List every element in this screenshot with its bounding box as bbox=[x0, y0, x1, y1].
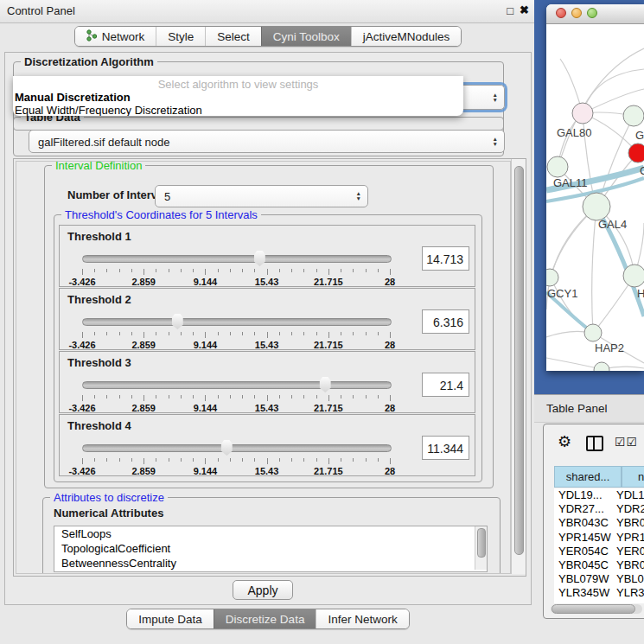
network-node[interactable] bbox=[583, 193, 610, 220]
tick-mark bbox=[353, 395, 354, 399]
close-icon[interactable]: ✖ bbox=[520, 3, 529, 16]
tab-cyni-toolbox[interactable]: Cyni Toolbox bbox=[261, 27, 351, 46]
scrollbar-thumb[interactable] bbox=[552, 604, 635, 614]
threshold-value-field[interactable]: 6.316 bbox=[422, 309, 469, 334]
tab-discretize-data[interactable]: Discretize Data bbox=[214, 609, 316, 628]
tick-label: 2.859 bbox=[131, 466, 156, 476]
column-header-name[interactable]: n bbox=[622, 466, 644, 488]
tick-mark bbox=[242, 332, 243, 335]
tab-select[interactable]: Select bbox=[205, 27, 261, 46]
scrollbar-thumb[interactable] bbox=[514, 166, 524, 555]
network-node[interactable] bbox=[584, 324, 602, 341]
dropdown-option[interactable]: Manual Discretization bbox=[13, 91, 463, 104]
tab-label: Style bbox=[168, 30, 194, 43]
float-window-icon[interactable]: □ bbox=[507, 4, 513, 17]
dropdown-option[interactable]: Equal Width/Frequency Discretization bbox=[13, 104, 463, 116]
tab-style[interactable]: Style bbox=[156, 27, 205, 46]
tick-mark bbox=[131, 458, 132, 462]
network-edge bbox=[551, 277, 592, 332]
node-label: HAP2 bbox=[595, 341, 624, 354]
cell-name: YPR1 bbox=[616, 531, 644, 544]
tab-label: jActiveMNodules bbox=[363, 30, 450, 43]
slider-track[interactable] bbox=[82, 318, 392, 326]
segmented-control: Impute DataDiscretize DataInfer Network bbox=[126, 609, 409, 629]
mac-zoom-icon[interactable] bbox=[587, 8, 597, 18]
slider-track[interactable] bbox=[82, 381, 392, 389]
tick-mark bbox=[366, 332, 367, 335]
list-scrollbar[interactable] bbox=[475, 526, 487, 570]
mac-minimize-icon[interactable] bbox=[571, 8, 582, 18]
tick-mark bbox=[230, 458, 231, 462]
tick-mark bbox=[119, 458, 120, 462]
cell-shared-name: YIL052C bbox=[558, 601, 603, 604]
slider-thumb[interactable] bbox=[318, 376, 332, 392]
tick-mark bbox=[131, 332, 132, 335]
tab-label: Discretize Data bbox=[226, 613, 305, 626]
list-item[interactable]: TopologicalCoefficient bbox=[54, 541, 487, 556]
network-canvas[interactable]: GAL80GACGAL11GAL4GCY1HHAP2 bbox=[546, 24, 644, 371]
list-item[interactable]: SelfLoops bbox=[54, 526, 487, 541]
table-row[interactable]: YBL079WYBL0 bbox=[554, 572, 644, 586]
tick-mark bbox=[291, 395, 292, 399]
network-node[interactable] bbox=[547, 156, 568, 177]
tick-mark bbox=[316, 458, 317, 462]
tick-label: 9.144 bbox=[194, 277, 218, 287]
table-row[interactable]: YIL052CYIL0 bbox=[554, 601, 644, 604]
threshold-value-field[interactable]: 21.4 bbox=[422, 373, 469, 397]
network-node[interactable] bbox=[628, 143, 644, 163]
slider-track[interactable] bbox=[82, 255, 392, 263]
network-edge bbox=[592, 207, 596, 332]
cell-name: YIL0 bbox=[616, 601, 640, 604]
network-node[interactable] bbox=[594, 362, 609, 371]
threshold-value-field[interactable]: 11.344 bbox=[422, 436, 469, 460]
tick-mark bbox=[119, 395, 120, 399]
network-node[interactable] bbox=[546, 269, 558, 286]
slider-track[interactable] bbox=[82, 444, 392, 452]
tab-jactivemnodules[interactable]: jActiveMNodules bbox=[351, 27, 462, 46]
table-row[interactable]: YBR043CYBR0 bbox=[554, 516, 644, 530]
node-label: GA bbox=[635, 129, 644, 142]
tick-mark bbox=[218, 395, 219, 399]
group-title: Interval Definition bbox=[52, 161, 145, 172]
cell-shared-name: YLR345W bbox=[558, 586, 609, 599]
tick-mark bbox=[205, 332, 206, 338]
tick-mark bbox=[328, 332, 329, 338]
network-node[interactable] bbox=[623, 265, 644, 287]
slider-thumb[interactable] bbox=[220, 439, 233, 456]
table-hscrollbar[interactable] bbox=[551, 604, 642, 614]
number-of-intervals-combobox[interactable]: 5 ▲▼ bbox=[155, 185, 368, 207]
tick-mark bbox=[106, 395, 107, 399]
checked-checkbox-icons[interactable]: ☑☑ bbox=[615, 435, 638, 449]
tick-mark bbox=[181, 269, 182, 272]
table-row[interactable]: YDR27...YDR2 bbox=[554, 502, 644, 516]
network-node[interactable] bbox=[572, 103, 593, 124]
panel-scrollbar[interactable] bbox=[511, 159, 526, 574]
network-node[interactable] bbox=[623, 105, 644, 126]
table-data-combobox[interactable]: galFiltered.sif default node ▲▼ bbox=[29, 130, 505, 153]
mac-close-icon[interactable] bbox=[556, 8, 566, 18]
apply-button[interactable]: Apply bbox=[233, 580, 293, 600]
tab-impute-data[interactable]: Impute Data bbox=[127, 609, 214, 628]
table-row[interactable]: YER054CYER0 bbox=[554, 545, 644, 558]
threshold-value-field[interactable]: 14.713 bbox=[422, 246, 469, 271]
column-header-shared[interactable]: shared... bbox=[554, 466, 622, 488]
tab-network[interactable]: Network bbox=[75, 27, 156, 46]
split-columns-icon[interactable] bbox=[586, 436, 603, 451]
network-view-window: GAL80GACGAL11GAL4GCY1HHAP2 bbox=[546, 4, 644, 371]
tab-infer-network[interactable]: Infer Network bbox=[316, 609, 408, 628]
scrollbar-thumb[interactable] bbox=[477, 528, 486, 558]
table-row[interactable]: YBR045CYBR0 bbox=[554, 558, 644, 572]
tick-mark bbox=[242, 395, 243, 399]
slider-thumb[interactable] bbox=[170, 313, 184, 329]
table-row[interactable]: YPR145WYPR1 bbox=[554, 531, 644, 545]
table-row[interactable]: YLR345WYLR3 bbox=[554, 586, 644, 600]
tick-mark bbox=[378, 332, 379, 335]
tick-mark bbox=[328, 458, 329, 464]
list-item[interactable]: BetweennessCentrality bbox=[54, 556, 487, 571]
tick-mark bbox=[316, 332, 317, 335]
gear-icon[interactable]: ⚙ bbox=[558, 432, 571, 451]
tick-mark bbox=[106, 458, 107, 462]
slider-thumb[interactable] bbox=[252, 250, 266, 266]
tick-label: -3.426 bbox=[68, 340, 95, 350]
table-row[interactable]: YDL19...YDL1 bbox=[554, 488, 644, 502]
